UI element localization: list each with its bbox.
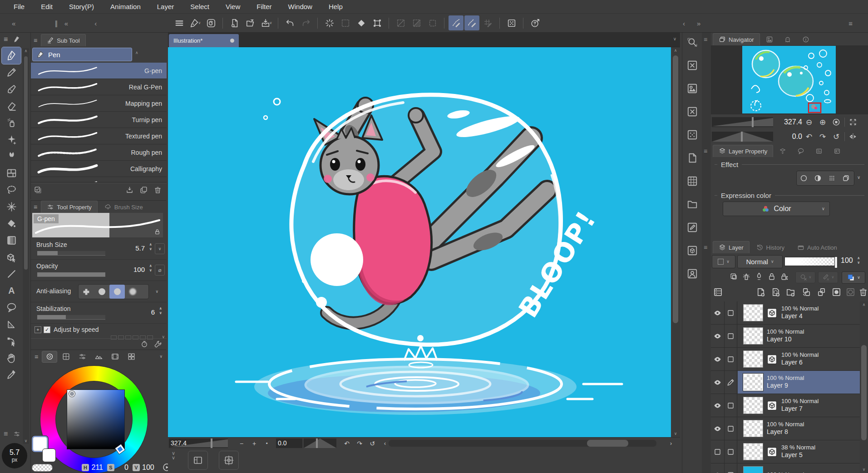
brush-size-slider[interactable] (37, 251, 105, 256)
layer-color-dropdown[interactable]: ∨ (842, 271, 865, 284)
tool-pencil[interactable] (2, 64, 21, 81)
invert-selection-button[interactable]: ∨ (354, 15, 369, 30)
transparent-color-swatch[interactable] (32, 464, 53, 472)
transfer-to-lower-layer-button[interactable] (800, 287, 812, 297)
effect-border-button[interactable] (797, 171, 811, 185)
tab-approximate-color[interactable] (91, 351, 106, 363)
layer-main[interactable]: 100 % Normal (737, 463, 860, 473)
menu-help[interactable]: Help (321, 0, 351, 14)
current-tool-button[interactable]: ∨ (187, 15, 202, 30)
nav-fit-button[interactable] (829, 118, 843, 127)
navigator-handle-icon[interactable]: ≡ (704, 36, 707, 43)
tab-color-set[interactable] (58, 351, 74, 363)
anti-aliasing-dropdown-icon[interactable]: ∨ (155, 290, 158, 294)
layer-visibility-toggle[interactable] (711, 325, 725, 347)
tool-brush[interactable] (2, 81, 21, 98)
redo-button[interactable]: ∨ (298, 15, 313, 30)
document-tab[interactable]: Illustration* (169, 34, 239, 47)
reset-all-settings-icon[interactable] (140, 340, 148, 348)
layer-row[interactable]: 100 % Normal Layer 8 (711, 417, 860, 440)
layer-row[interactable]: 100 % Normal Layer 10 (711, 325, 860, 348)
collapse-left-3-icon[interactable]: ‹ (94, 20, 97, 27)
layer-visibility-toggle[interactable] (711, 371, 725, 394)
layer-row[interactable]: 100 % Normal Layer 6 (711, 348, 860, 371)
collapsed-sub-view[interactable] (685, 81, 700, 96)
menu-select[interactable]: Select (182, 0, 217, 14)
layer-visibility-toggle[interactable] (711, 417, 725, 440)
snap-to-ruler-button[interactable]: ∨ (449, 15, 464, 30)
layer-opacity-stepper[interactable]: ∧∨ (857, 256, 860, 266)
layer-visibility-toggle[interactable] (711, 394, 725, 417)
layer-row[interactable]: 100 % Normal Layer 9 (711, 371, 860, 394)
tool-palette-scrollbar[interactable]: ∧ ∨ (23, 48, 29, 444)
sub-tool-item[interactable]: Textured pen (31, 128, 167, 144)
delete-sub-tool-icon[interactable] (153, 186, 162, 194)
new-raster-layer-button[interactable] (755, 287, 766, 297)
tool-decoration-2[interactable] (2, 148, 21, 165)
tab-tool-property[interactable]: Tool Property (41, 201, 98, 213)
tab-history[interactable]: History (750, 241, 790, 253)
tab-quick-mask[interactable] (779, 33, 796, 45)
layer-main[interactable]: 100 % Normal Layer 4 (737, 301, 860, 324)
scroll-right-icon[interactable]: › (666, 439, 676, 448)
clip-to-layer-below-button[interactable] (728, 272, 739, 281)
layer-opacity-value[interactable]: 100 (841, 256, 853, 265)
layer-draw-target[interactable] (725, 325, 737, 347)
collapsed-tone[interactable] (685, 127, 700, 142)
import-sub-tool-icon[interactable] (125, 186, 134, 194)
dock-collapse-left-icon[interactable]: ‹ (683, 20, 685, 27)
collapse-left-icon[interactable]: « (12, 20, 15, 27)
tab-sub-view[interactable] (761, 33, 778, 45)
collapsed-close-2[interactable] (685, 104, 700, 119)
tab-sub-tool[interactable]: Sub Tool (41, 34, 85, 46)
panel-menu-icon[interactable]: ≡ (35, 354, 38, 360)
tool-fill[interactable] (2, 215, 21, 232)
multi-select-icon[interactable] (34, 186, 42, 194)
opacity-dynamics-button[interactable]: ⌀ (155, 265, 165, 276)
tool-pen[interactable] (2, 47, 21, 64)
open-button[interactable]: ∨ (243, 15, 258, 30)
brush-size-dynamics-button[interactable]: ∨ (155, 243, 165, 254)
layer-visibility-toggle[interactable] (711, 301, 725, 324)
rotate-right-button[interactable]: ↷ (354, 439, 365, 448)
transform-button[interactable]: ∨ (370, 15, 385, 30)
tab-auto-action[interactable]: Auto Action (791, 241, 843, 253)
anti-aliasing-middle[interactable] (109, 285, 125, 299)
menu-layer[interactable]: Layer (149, 0, 182, 14)
nav-reset-rotation-button[interactable]: ↺ (829, 133, 843, 141)
anti-aliasing-none[interactable] (79, 285, 94, 299)
dock-expand-icon[interactable]: » (697, 20, 700, 27)
navigator-rotation-slider[interactable] (712, 132, 773, 142)
tool-eyedropper[interactable] (2, 366, 21, 383)
layer-opacity-slider[interactable] (784, 257, 838, 266)
menu-file[interactable]: File (5, 0, 33, 14)
deselect-button[interactable]: ∨ (322, 15, 337, 30)
tab-layer[interactable]: Layer (713, 241, 750, 253)
collapsed-3d-material[interactable] (685, 243, 700, 258)
document-list-icon[interactable]: ∨ (673, 37, 676, 41)
delete-layer-button[interactable] (857, 287, 868, 297)
tool-panel-menu-icon[interactable]: ≡ (4, 36, 8, 43)
nav-flip-horizontal-button[interactable] (846, 132, 860, 141)
layer-draw-target[interactable] (725, 394, 737, 417)
expand-palette-icon[interactable]: ∨∨ (172, 451, 175, 460)
layer-main[interactable]: 100 % Normal Layer 7 (737, 394, 860, 417)
menu-edit[interactable]: Edit (33, 0, 61, 14)
ruler-range-dropdown[interactable]: ∨ (818, 271, 838, 283)
palette-handle-icon[interactable]: ∥ (54, 20, 58, 27)
canvas-vertical-scrollbar[interactable]: ∧∨ (671, 47, 680, 437)
snap-to-grid-button[interactable]: ∨ (480, 15, 495, 30)
layer-main[interactable]: 100 % Normal Layer 10 (737, 325, 860, 347)
collapsed-close-1[interactable] (685, 58, 700, 73)
draft-layer-button[interactable] (754, 272, 764, 281)
sub-tool-item[interactable]: Real G-Pen (31, 79, 167, 95)
menu-story[interactable]: Story(P) (61, 0, 102, 14)
rotate-left-button[interactable]: ↶ (341, 439, 352, 448)
zoom-in-button[interactable]: + (249, 439, 260, 448)
tool-balloon[interactable] (2, 299, 21, 316)
lock-icon[interactable] (154, 228, 161, 235)
anti-aliasing-strong[interactable] (125, 285, 140, 299)
sub-tool-item[interactable]: G-pen (31, 63, 167, 79)
collapse-left-2-icon[interactable]: « (64, 20, 68, 27)
saturation-value-square[interactable] (67, 389, 125, 449)
